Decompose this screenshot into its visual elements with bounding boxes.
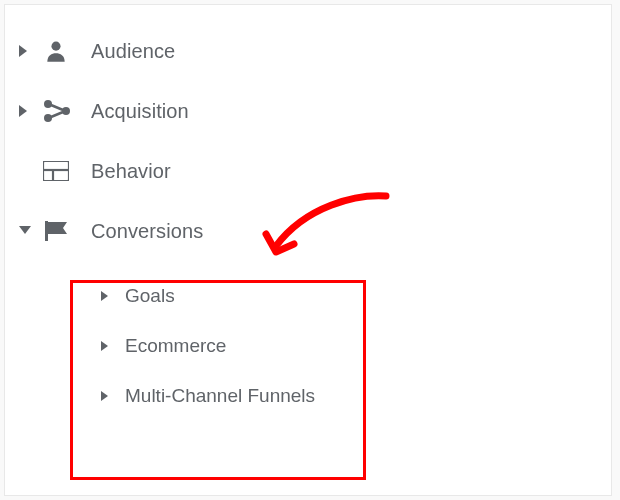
nav-label-acquisition: Acquisition bbox=[91, 100, 189, 123]
chevron-right-icon bbox=[19, 105, 37, 117]
subnav-label-ecommerce: Ecommerce bbox=[125, 334, 226, 358]
nav-item-audience[interactable]: Audience bbox=[5, 21, 611, 81]
nav-item-acquisition[interactable]: Acquisition bbox=[5, 81, 611, 141]
chevron-down-icon bbox=[19, 226, 37, 236]
sidebar-nav-panel: Audience Acquisition bbox=[4, 4, 612, 496]
chevron-right-icon bbox=[101, 341, 125, 351]
chevron-right-icon bbox=[19, 45, 37, 57]
svg-point-3 bbox=[62, 107, 70, 115]
svg-rect-7 bbox=[45, 221, 48, 241]
subnav-item-multi-channel-funnels[interactable]: Multi-Channel Funnels bbox=[101, 371, 611, 421]
nav-item-conversions[interactable]: Conversions bbox=[5, 201, 611, 261]
behavior-icon bbox=[43, 161, 91, 181]
conversions-icon bbox=[43, 219, 91, 243]
subnav-item-goals[interactable]: Goals bbox=[101, 271, 611, 321]
chevron-right-icon bbox=[101, 291, 125, 301]
svg-point-2 bbox=[44, 114, 52, 122]
subnav-label-goals: Goals bbox=[125, 284, 175, 308]
acquisition-icon bbox=[43, 99, 91, 123]
audience-icon bbox=[43, 38, 91, 64]
nav-label-behavior: Behavior bbox=[91, 160, 171, 183]
subnav-label-multi-channel-funnels: Multi-Channel Funnels bbox=[125, 384, 315, 408]
nav-label-audience: Audience bbox=[91, 40, 175, 63]
nav-item-behavior[interactable]: Behavior bbox=[5, 141, 611, 201]
chevron-right-icon bbox=[101, 391, 125, 401]
svg-point-0 bbox=[51, 42, 60, 51]
svg-point-1 bbox=[44, 100, 52, 108]
subnav-item-ecommerce[interactable]: Ecommerce bbox=[101, 321, 611, 371]
conversions-subnav: Goals Ecommerce Multi-Channel Funnels bbox=[5, 261, 611, 421]
nav-label-conversions: Conversions bbox=[91, 220, 203, 243]
